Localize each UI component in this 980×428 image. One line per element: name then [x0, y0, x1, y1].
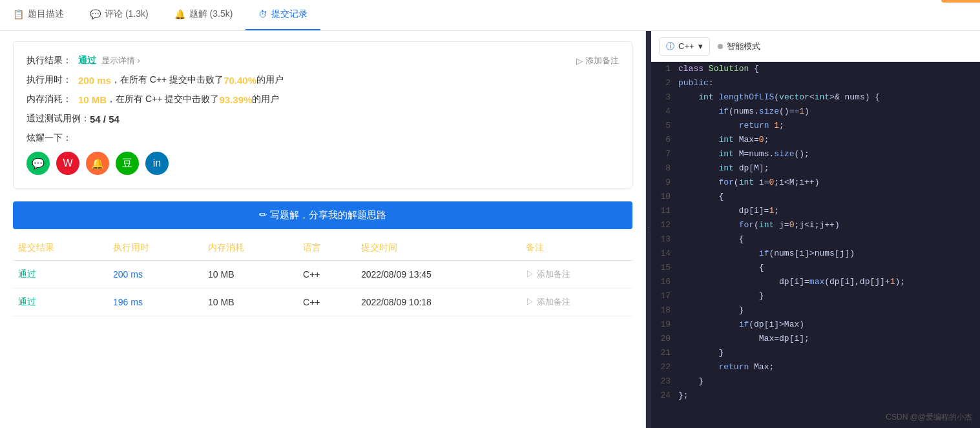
panel-gutter[interactable]: ⋮ — [646, 31, 651, 428]
submission-date: 2022/08/09 13:45 — [356, 261, 521, 289]
table-row: 13 { — [651, 232, 980, 247]
share-label: 炫耀一下： — [26, 132, 78, 144]
line-content: int dp[M]; — [678, 161, 980, 176]
table-row: 21 } — [651, 346, 980, 360]
tab-submissions[interactable]: ⏱提交记录 — [245, 0, 320, 30]
code-token: >& — [829, 92, 840, 102]
code-token: Max= — [734, 135, 759, 145]
line-number: 22 — [651, 360, 678, 374]
flag-icon: ▷ — [576, 56, 583, 66]
main-container: 执行结果： 通过 显示详情 › ▷ 添加备注 执行用时： 200 ms ，在所有… — [0, 31, 980, 428]
solutions-tab-label: 题解 (3.5k) — [189, 8, 233, 20]
table-header-row: 提交结果执行用时内存消耗语言提交时间备注 — [13, 236, 632, 261]
line-content: return 1; — [678, 119, 980, 133]
write-solution-button[interactable]: ✏ 写题解，分享我的解题思路 — [13, 201, 632, 229]
social-wechat-button[interactable]: 💬 — [26, 152, 50, 175]
add-note-button-row[interactable]: ▷ 添加备注 — [526, 269, 627, 280]
code-editor[interactable]: 1class Solution {2public:3 int lengthOfL… — [651, 62, 980, 428]
memory-row: 内存消耗： 10 MB ，在所有 C++ 提交中击败了 93.39% 的用户 — [26, 94, 619, 105]
code-token: if — [739, 320, 749, 329]
tab-description[interactable]: 📋题目描述 — [0, 0, 77, 30]
line-content: if(nums.size()==1) — [678, 105, 980, 119]
line-content: int Max=0; — [678, 133, 980, 147]
table-header-执行用时: 执行用时 — [108, 236, 203, 261]
show-detail-link[interactable]: 显示详情 › — [101, 55, 140, 66]
tab-solutions[interactable]: 🔔题解 (3.5k) — [162, 0, 246, 30]
code-token: public — [678, 78, 709, 88]
code-wrapper: 1class Solution {2public:3 int lengthOfL… — [651, 62, 980, 428]
add-note-button[interactable]: ▷ 添加备注 — [576, 55, 619, 66]
code-token: 1 — [799, 107, 804, 116]
code-token: ; — [774, 206, 779, 216]
social-douban-button[interactable]: 豆 — [116, 152, 139, 175]
table-header: 提交结果执行用时内存消耗语言提交时间备注 — [13, 236, 632, 261]
line-number: 19 — [651, 318, 678, 332]
comments-tab-icon: 💬 — [90, 9, 101, 19]
code-token — [678, 362, 718, 372]
tab-comments[interactable]: 💬评论 (1.3k) — [77, 0, 162, 30]
time-value: 200 ms — [78, 75, 111, 86]
code-token: ;i<M;i++) — [774, 178, 819, 187]
submission-memory: 10 MB — [203, 261, 298, 289]
code-token: dp[i]= — [678, 277, 809, 287]
code-token: (); — [794, 149, 809, 159]
line-content: Max=dp[i]; — [678, 332, 980, 346]
code-token: ; — [779, 121, 784, 130]
tests-value: 54 / 54 — [90, 114, 120, 125]
social-weibo-button[interactable]: W — [56, 152, 79, 175]
memory-suffix: 的用户 — [252, 94, 279, 105]
code-token: class — [678, 64, 704, 74]
line-number: 5 — [651, 119, 678, 133]
code-token: } — [678, 305, 744, 315]
code-token — [678, 107, 718, 116]
code-token — [678, 178, 718, 187]
add-note-button-row[interactable]: ▷ 添加备注 — [526, 296, 627, 308]
execution-result-label: 执行结果： — [26, 55, 78, 66]
code-token: i= — [754, 178, 769, 187]
language-selector[interactable]: ⓘ C++ ▾ — [659, 37, 710, 56]
table-row: 17 } — [651, 289, 980, 303]
line-number: 2 — [651, 76, 678, 90]
submission-memory: 10 MB — [203, 289, 298, 316]
submission-note: ▷ 添加备注 — [521, 289, 632, 316]
right-panel: ⓘ C++ ▾ 智能模式 1class Solution {2public:3 … — [651, 31, 980, 428]
line-content: int M=nums.size(); — [678, 147, 980, 161]
memory-percent: 93.39% — [219, 94, 252, 105]
description-tab-icon: 📋 — [13, 9, 24, 19]
table-row: 20 Max=dp[i]; — [651, 332, 980, 346]
code-token: }; — [678, 391, 689, 400]
table-row: 14 if(nums[i]>nums[j]) — [651, 247, 980, 261]
line-content: dp[i]=1; — [678, 204, 980, 218]
language-label: C++ — [678, 41, 694, 51]
line-number: 9 — [651, 176, 678, 190]
code-token: Max=dp[i]; — [678, 334, 809, 343]
line-content: if(dp[i]>Max) — [678, 318, 980, 332]
code-token: { — [678, 234, 744, 244]
code-token: Solution — [709, 64, 749, 74]
code-token: 1 — [774, 121, 779, 130]
time-label: 执行用时： — [26, 74, 78, 86]
code-token: if — [718, 107, 729, 116]
code-token: int — [718, 135, 733, 145]
code-token: M=nums. — [734, 149, 774, 159]
social-bell-button[interactable]: 🔔 — [86, 152, 109, 175]
chevron-down-icon: ▾ — [698, 41, 703, 51]
code-token: { — [749, 64, 759, 74]
line-number: 15 — [651, 261, 678, 275]
code-token: dp[i]= — [678, 206, 769, 216]
submission-table: 提交结果执行用时内存消耗语言提交时间备注 通过200 ms10 MBC++202… — [13, 236, 632, 316]
code-token — [678, 220, 739, 230]
code-token: ); — [895, 277, 905, 287]
table-header-语言: 语言 — [298, 236, 356, 261]
submission-lang: C++ — [298, 261, 356, 289]
line-number: 4 — [651, 105, 678, 119]
line-number: 10 — [651, 190, 678, 204]
line-number: 6 — [651, 133, 678, 147]
tests-label: 通过测试用例： — [26, 113, 90, 125]
table-row: 23 } — [651, 374, 980, 389]
social-linkedin-button[interactable]: in — [145, 152, 169, 175]
line-number: 3 — [651, 90, 678, 105]
code-token: nums) { — [840, 92, 880, 102]
time-desc: ，在所有 C++ 提交中击败了 — [111, 74, 224, 86]
line-content: if(nums[i]>nums[j]) — [678, 247, 980, 261]
